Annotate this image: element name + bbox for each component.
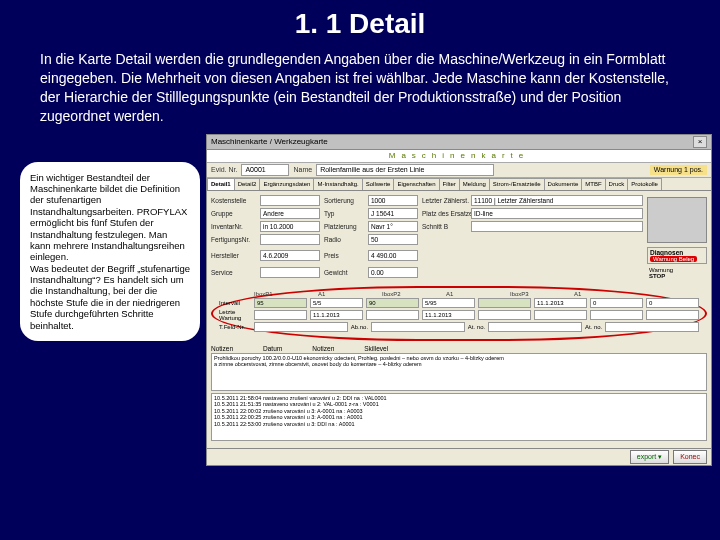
diag-red-pill: Warnung Beleg [650,256,697,262]
screenshot-window: Maschinenkarte / Werkzeugkarte × Maschin… [206,134,712,466]
tab-detail1[interactable]: Detail1 [207,178,235,190]
w-hdr-a3: A1 [574,291,635,297]
tab-meld[interactable]: Meldung [459,178,490,190]
w-lbl-last: Letzte Wartung [219,309,251,321]
w-r1-0[interactable]: 95 [254,298,307,308]
lbl-platzeres: Platz des Ersatzes [422,210,467,217]
log-4: 10.5.2011 22:53:00 zrušeno varování u 3:… [214,421,704,428]
lbl-letzter: Letzter Zählerst. [422,197,467,204]
w-lbl-int: Intervall [219,300,251,306]
w-hdr-p1: IboxP1 [254,291,315,297]
diagnose-box: Diagnosen Warnung Beleg [647,247,707,264]
lbl-section: Schnitt B [422,223,467,230]
notes-box-top[interactable]: Prohlidkou poruchy 100.2/0.0.0-U10 ekono… [211,353,707,391]
w-hdr-p2: IboxP2 [382,291,443,297]
tab-detail2[interactable]: Detail2 [234,178,261,190]
export-button[interactable]: export ▾ [630,450,669,464]
tab-druck[interactable]: Druck [605,178,629,190]
w-lbl-abno: Ab.no. [351,324,368,330]
w-r2-1[interactable]: 11.1.2013 [310,310,363,320]
lbl-fert: FertigungsNr. [211,236,256,243]
w-r1-10[interactable]: 0 [646,298,699,308]
tab-eig[interactable]: Eigenschaften [393,178,439,190]
lbl-gruppe: Gruppe [211,210,256,217]
w-r2-2[interactable] [366,310,419,320]
lbl-herst: Hersteller [211,252,256,259]
tab-prot[interactable]: Protokolle [627,178,662,190]
val-gew[interactable]: 0.00 [368,267,418,278]
bottom-bar: export ▾ Konec [207,448,711,465]
close-button[interactable]: Konec [673,450,707,464]
notes-label-1: Notizen [211,345,233,352]
evid-label: Evid. Nr. [211,166,237,173]
notes-label-2: Notizen [312,345,334,352]
val-section[interactable] [471,221,643,232]
val-gruppe[interactable]: Andere Einrichtungen [260,208,320,219]
w-r1-3[interactable]: 5/95 [422,298,475,308]
lbl-radio: Radio [324,236,364,243]
w-hdr-p3: IboxP3 [510,291,571,297]
warning-badge: Warnung 1 pos. [650,165,707,175]
tab-erg[interactable]: Ergänzungsdaten [259,178,314,190]
window-titlebar: Maschinenkarte / Werkzeugkarte × [207,135,711,150]
name-value[interactable]: Rollenfamilie aus der Ersten Linie [316,164,494,176]
tab-mtbf[interactable]: MTBF [581,178,605,190]
log-2: 10.5.2011 22:00:02 zrušeno varování u 3:… [214,408,704,415]
diag-title: Diagnosen [650,249,704,256]
notes-box-log[interactable]: 10.5.2011 21:58:04 nastaveno zrušení var… [211,393,707,441]
w-r1-1[interactable]: 5/5 [310,298,363,308]
val-inv[interactable]: in 10.2000 [260,221,320,232]
w-r1-8[interactable]: 0 [590,298,643,308]
notes-label-2b: Skillevel [364,345,388,352]
w-r2-6[interactable] [590,310,643,320]
val-platzeres[interactable]: ID-line [471,208,643,219]
diag-foot: Warnung STOP [647,266,707,280]
val-preis[interactable]: 4 490.00 [368,250,418,261]
tab-filter[interactable]: Filter [439,178,460,190]
lbl-kostenstelle: Kostenstelle [211,197,256,204]
w-r2-3[interactable]: 11.1.2013 [422,310,475,320]
tab-minst[interactable]: M-Instandhaltg. [313,178,362,190]
log-0: 10.5.2011 21:58:04 nastaveno zrušení var… [214,395,704,402]
lbl-sort: Sortierung [324,197,364,204]
val-letzter[interactable]: 11100 | Letzter Zählerstand [471,195,643,206]
w-lbl-feld: T.Feld-Nr. [219,324,251,330]
val-radio[interactable]: 50 [368,234,418,245]
note-line-2: a zimne obcerstvovat, zimne obcerstvit, … [214,361,704,368]
lbl-platz: Platzierung [324,223,364,230]
val-herst[interactable]: 4.6.2009 [260,250,320,261]
tab-dok[interactable]: Dokumente [544,178,583,190]
val-fert[interactable] [260,234,320,245]
w-r2-4[interactable] [478,310,531,320]
val-serv[interactable] [260,267,320,278]
name-label: Name [293,166,312,173]
w-r2-0[interactable] [254,310,307,320]
val-kostenstelle[interactable] [260,195,320,206]
w-hdr-a1: A1 [318,291,379,297]
lbl-gew: Gewicht [324,269,364,276]
lbl-typ: Typ [324,210,364,217]
val-typ[interactable]: J 15641 [368,208,418,219]
window-title-text: Maschinenkarte / Werkzeugkarte [211,137,328,146]
tabs-row: Detail1 Detail2 Ergänzungsdaten M-Instan… [207,178,711,191]
w-r1-5[interactable]: 11.1.2013 [534,298,587,308]
w-r1-4[interactable] [478,298,531,308]
w-hdr-a2: A1 [446,291,507,297]
w-r2-7[interactable] [646,310,699,320]
banner: Maschinenkarte [207,150,711,163]
lbl-preis: Preis [324,252,364,259]
log-1: 10.5.2011 21:51:35 nastaveno varování u … [214,401,704,408]
val-sort[interactable]: 1000 [368,195,418,206]
machine-thumbnail [647,197,707,243]
evid-value[interactable]: A0001 [241,164,289,176]
close-icon[interactable]: × [693,136,707,148]
intro-paragraph: In die Karte Detail werden die grundlege… [40,50,680,126]
w-r1-2[interactable]: 90 [366,298,419,308]
tab-strom[interactable]: Strom-/Ersatzteile [489,178,545,190]
lbl-inv: InventarNr. [211,223,256,230]
w-r2-5[interactable] [534,310,587,320]
tab-soll[interactable]: Sollwerte [362,178,395,190]
val-platz[interactable]: Navr 1° [368,221,418,232]
notes-label-2a: Datum [263,345,282,352]
note-line-1: Prohlidkou poruchy 100.2/0.0.0-U10 ekono… [214,355,704,362]
